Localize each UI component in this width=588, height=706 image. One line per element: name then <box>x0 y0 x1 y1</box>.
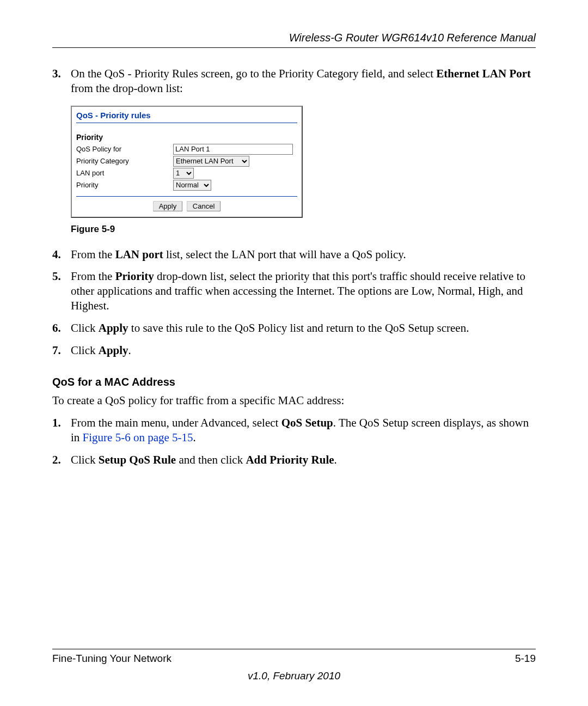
apply-button[interactable]: Apply <box>153 201 183 211</box>
qos-policy-label: QoS Policy for <box>76 145 173 154</box>
step-number: 2. <box>52 453 71 467</box>
bold-term: Ethernet LAN Port <box>436 67 531 80</box>
step-item: 2.Click Setup QoS Rule and then click Ad… <box>52 453 536 467</box>
subheading-qos-mac: QoS for a MAC Address <box>52 375 536 389</box>
priority-category-select[interactable]: Ethernet LAN Port <box>173 156 249 167</box>
figure-5-9: QoS - Priority rules Priority QoS Policy… <box>71 106 536 218</box>
cancel-button[interactable]: Cancel <box>187 201 220 211</box>
figure-caption: Figure 5-9 <box>71 223 536 235</box>
bold-term: QoS Setup <box>281 416 333 429</box>
page-footer: Fine-Tuning Your Network 5-19 v1.0, Febr… <box>52 649 536 682</box>
priority-category-label: Priority Category <box>76 157 173 166</box>
footer-page-number: 5-19 <box>515 653 536 665</box>
step-item: 3.On the QoS - Priority Rules screen, go… <box>52 66 536 96</box>
qos-policy-input[interactable] <box>173 144 293 155</box>
bold-term: LAN port <box>115 248 163 261</box>
priority-category-row: Priority Category Ethernet LAN Port <box>76 156 297 167</box>
intro-paragraph: To create a QoS policy for traffic from … <box>52 393 536 408</box>
footer-chapter: Fine-Tuning Your Network <box>52 653 171 665</box>
steps-list-a: 3.On the QoS - Priority Rules screen, go… <box>52 66 536 96</box>
lan-port-row: LAN port 1 <box>76 168 297 179</box>
qos-priority-rules-panel: QoS - Priority rules Priority QoS Policy… <box>71 106 303 218</box>
step-text: Click Apply to save this rule to the QoS… <box>71 321 536 336</box>
step-number: 4. <box>52 247 71 262</box>
step-text: Click Apply. <box>71 343 536 358</box>
panel-title: QoS - Priority rules <box>76 107 297 123</box>
bold-term: Add Priority Rule <box>246 453 334 466</box>
step-item: 6.Click Apply to save this rule to the Q… <box>52 321 536 336</box>
step-number: 1. <box>52 416 71 445</box>
step-text: From the main menu, under Advanced, sele… <box>71 416 536 445</box>
step-number: 6. <box>52 321 71 336</box>
bold-term: Priority <box>115 270 154 283</box>
step-item: 7.Click Apply. <box>52 343 536 358</box>
panel-divider <box>76 196 297 197</box>
steps-list-c: 1.From the main menu, under Advanced, se… <box>52 416 536 467</box>
step-number: 3. <box>52 66 71 96</box>
step-item: 5.From the Priority drop-down list, sele… <box>52 269 536 313</box>
cross-reference-link[interactable]: Figure 5-6 on page 5-15 <box>83 431 193 444</box>
step-item: 4.From the LAN port list, select the LAN… <box>52 247 536 262</box>
priority-section-label: Priority <box>76 133 297 143</box>
step-text: Click Setup QoS Rule and then click Add … <box>71 453 536 467</box>
step-item: 1.From the main menu, under Advanced, se… <box>52 416 536 445</box>
step-number: 7. <box>52 343 71 358</box>
page-header: Wireless-G Router WGR614v10 Reference Ma… <box>52 32 536 48</box>
step-text: On the QoS - Priority Rules screen, go t… <box>71 66 536 96</box>
priority-label: Priority <box>76 181 173 190</box>
qos-policy-row: QoS Policy for <box>76 144 297 155</box>
priority-select[interactable]: Normal <box>173 180 211 191</box>
lan-port-label: LAN port <box>76 169 173 178</box>
step-text: From the LAN port list, select the LAN p… <box>71 247 536 262</box>
bold-term: Apply <box>99 344 128 357</box>
body-content: 3.On the QoS - Priority Rules screen, go… <box>52 66 536 467</box>
steps-list-b: 4.From the LAN port list, select the LAN… <box>52 247 536 358</box>
step-number: 5. <box>52 269 71 313</box>
step-text: From the Priority drop-down list, select… <box>71 269 536 313</box>
footer-version: v1.0, February 2010 <box>52 670 536 682</box>
priority-row: Priority Normal <box>76 180 297 191</box>
bold-term: Apply <box>99 321 128 334</box>
lan-port-select[interactable]: 1 <box>173 168 194 179</box>
bold-term: Setup QoS Rule <box>99 453 176 466</box>
